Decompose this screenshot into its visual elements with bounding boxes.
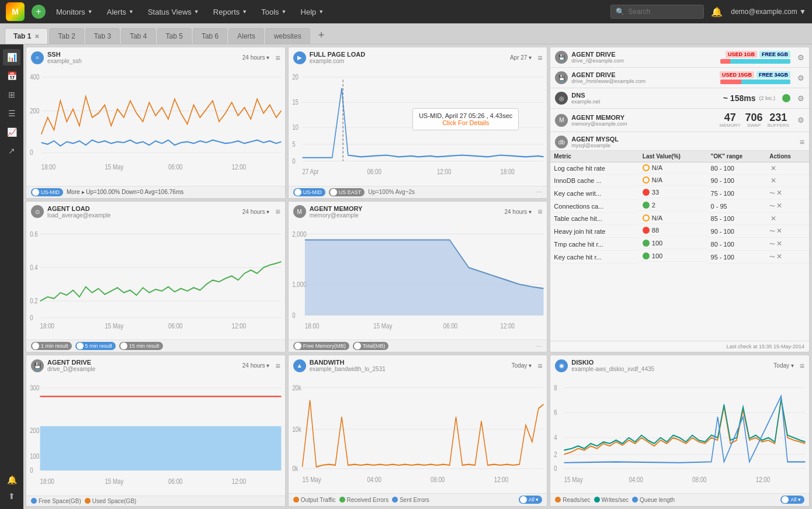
free-memory-toggle[interactable]: Free Memory(MB) bbox=[293, 342, 349, 350]
agent-memory-menu[interactable]: ≡ bbox=[537, 207, 542, 216]
search-input[interactable] bbox=[628, 8, 699, 16]
svg-marker-43 bbox=[305, 240, 544, 315]
drive2-settings-icon[interactable]: ⚙ bbox=[797, 74, 804, 82]
col-last-value: Last Value(%) bbox=[639, 151, 707, 162]
svg-text:15 May: 15 May bbox=[105, 477, 123, 486]
ssh-usmid-toggle[interactable]: US-MID bbox=[31, 188, 63, 196]
remove-metric-button[interactable]: ✕ bbox=[769, 164, 778, 172]
nav-reports[interactable]: Reports ▼ bbox=[207, 4, 253, 20]
app-logo: M bbox=[6, 2, 25, 21]
chevron-down-icon: ▼ bbox=[318, 9, 324, 15]
sidebar-item-calendar[interactable]: 📅 bbox=[3, 68, 20, 84]
tab-alerts[interactable]: Alerts bbox=[228, 28, 264, 44]
fpl-useast-toggle[interactable]: US EAST bbox=[329, 188, 365, 196]
search-box[interactable]: 🔍 bbox=[610, 5, 704, 19]
chevron-down-icon: ▼ bbox=[194, 9, 199, 15]
full-page-load-header: ▶ FULL PAGE LOAD example.com Apr 27 ▾ ≡ bbox=[289, 47, 547, 66]
sidebar-item-chart[interactable]: 📈 bbox=[3, 124, 20, 140]
ssh-time-selector[interactable]: 24 hours ▾ bbox=[242, 54, 270, 61]
5min-toggle[interactable]: 5 min result bbox=[75, 342, 116, 350]
tab-1[interactable]: Tab 1 ✕ bbox=[5, 28, 48, 44]
metric-value: 88 bbox=[639, 225, 707, 236]
agent-drive-bottom-time[interactable]: 24 hours ▾ bbox=[242, 362, 270, 369]
ok-range: 80 - 100 bbox=[707, 162, 766, 175]
bandwith-menu[interactable]: ≡ bbox=[537, 361, 542, 371]
bandwith-time[interactable]: Today ▾ bbox=[512, 362, 532, 369]
widget-agent-memory: M AGENT MEMORY memory@example 24 hours ▾… bbox=[288, 201, 548, 353]
agent-drive-bottom-subtitle: drive_D@example bbox=[47, 366, 95, 372]
topnav: M + Monitors ▼ Alerts ▼ Status Views ▼ R… bbox=[0, 0, 812, 23]
remove-metric-button[interactable]: ✕ bbox=[775, 252, 783, 261]
metric-value: 100 bbox=[639, 238, 707, 249]
tab-close-icon[interactable]: ✕ bbox=[34, 33, 39, 40]
action-cell: 〜✕ bbox=[766, 251, 809, 264]
writes-legend: Writes/sec bbox=[594, 497, 629, 503]
sidebar-item-dashboard[interactable]: 📊 bbox=[3, 49, 20, 65]
ok-range: 0 - 95 bbox=[707, 200, 766, 213]
mysql-menu-icon[interactable]: ≡ bbox=[800, 137, 804, 147]
tab-2[interactable]: Tab 2 bbox=[49, 28, 84, 44]
sidebar-item-share[interactable]: ↗ bbox=[3, 143, 20, 159]
diskio-menu[interactable]: ≡ bbox=[800, 361, 804, 371]
remove-metric-button[interactable]: ✕ bbox=[775, 202, 783, 210]
nav-tools[interactable]: Tools ▼ bbox=[255, 4, 292, 20]
fpl-usmid-toggle[interactable]: US-MID bbox=[293, 188, 325, 196]
sidebar-item-list[interactable]: ☰ bbox=[3, 105, 20, 122]
mysql-section: db AGENT MYSQL mysql@example ≡ Metric La… bbox=[550, 132, 809, 352]
nav-monitors[interactable]: Monitors ▼ bbox=[50, 4, 99, 20]
drive1-free-label: FREE bbox=[762, 51, 776, 57]
svg-text:12:00: 12:00 bbox=[500, 322, 514, 330]
remove-metric-button[interactable]: ✕ bbox=[775, 227, 783, 235]
agent-drive-bottom-menu[interactable]: ≡ bbox=[275, 361, 280, 371]
drive2-used-val: 15GB bbox=[738, 72, 752, 78]
tab-6[interactable]: Tab 6 bbox=[193, 28, 227, 44]
agent-load-chart: 0.6 0.4 0.2 0 18:00 15 May 06:00 12:00 bbox=[26, 220, 285, 340]
table-row: Table cache hit... N/A 85 - 100 ✕ bbox=[550, 213, 809, 225]
remove-metric-button[interactable]: ✕ bbox=[769, 214, 778, 223]
memory-settings-icon[interactable]: ⚙ bbox=[797, 116, 804, 124]
diskio-time[interactable]: Today ▾ bbox=[773, 362, 793, 369]
fpl-time-selector[interactable]: Apr 27 ▾ bbox=[510, 54, 532, 61]
chevron-down-icon: ▼ bbox=[88, 9, 93, 15]
user-menu[interactable]: demo@example.com ▼ bbox=[731, 8, 806, 16]
mysql-subtitle: mysql@example bbox=[571, 143, 619, 148]
metric-name: Heavy join hit rate bbox=[550, 225, 639, 238]
svg-text:15 May: 15 May bbox=[105, 163, 123, 171]
ssh-menu-icon[interactable]: ≡ bbox=[275, 53, 280, 63]
sidebar-item-settings[interactable]: ⬆ bbox=[3, 488, 20, 504]
agent-load-time[interactable]: 24 hours ▾ bbox=[242, 209, 270, 215]
tab-websites[interactable]: websites bbox=[265, 28, 310, 44]
nav-help[interactable]: Help ▼ bbox=[295, 4, 330, 20]
total-memory-toggle[interactable]: Total(MB) bbox=[353, 342, 389, 350]
agent-load-menu[interactable]: ≡ bbox=[275, 207, 280, 216]
diskio-all-toggle[interactable]: All ▾ bbox=[780, 496, 804, 504]
tab-3[interactable]: Tab 3 bbox=[85, 28, 120, 44]
bandwith-all-toggle[interactable]: All ▾ bbox=[519, 496, 543, 504]
nav-alerts[interactable]: Alerts ▼ bbox=[101, 4, 140, 20]
drive1-free-val: 6GB bbox=[777, 51, 788, 57]
svg-text:10k: 10k bbox=[292, 425, 301, 433]
sidebar-item-notifications[interactable]: 🔔 bbox=[3, 472, 20, 488]
remove-metric-button[interactable]: ✕ bbox=[775, 240, 783, 248]
agent-memory-time[interactable]: 24 hours ▾ bbox=[504, 209, 532, 215]
sidebar-item-widgets[interactable]: ⊞ bbox=[3, 86, 20, 103]
dns-settings-icon[interactable]: ⚙ bbox=[797, 94, 804, 103]
drive1-settings-icon[interactable]: ⚙ bbox=[797, 53, 804, 62]
remove-metric-button[interactable]: ✕ bbox=[769, 176, 778, 185]
agent-memory-chart: 2,000 1,000 0 18:00 15 May 06:00 12:00 bbox=[289, 220, 547, 340]
notifications-icon[interactable]: 🔔 bbox=[711, 6, 723, 18]
fpl-menu-icon[interactable]: ≡ bbox=[537, 53, 542, 63]
tab-4[interactable]: Tab 4 bbox=[121, 28, 155, 44]
svg-text:12:00: 12:00 bbox=[232, 322, 246, 330]
tab-5[interactable]: Tab 5 bbox=[157, 28, 192, 44]
add-tab-button[interactable]: + bbox=[314, 27, 329, 44]
nav-status-views[interactable]: Status Views ▼ bbox=[142, 4, 205, 20]
1min-toggle[interactable]: 1 min result bbox=[31, 342, 72, 350]
15min-toggle[interactable]: 15 min result bbox=[119, 342, 163, 350]
widget-full-page-load: ▶ FULL PAGE LOAD example.com Apr 27 ▾ ≡ … bbox=[288, 47, 548, 199]
output-traffic-legend: Output Traffic bbox=[293, 497, 336, 503]
add-monitor-button[interactable]: + bbox=[32, 5, 46, 19]
sidebar: 📊 📅 ⊞ ☰ 📈 ↗ 🔔 ⬆ bbox=[0, 44, 23, 509]
remove-metric-button[interactable]: ✕ bbox=[775, 189, 783, 197]
table-row: Key cache hit r... 100 95 - 100 〜✕ bbox=[550, 251, 809, 264]
